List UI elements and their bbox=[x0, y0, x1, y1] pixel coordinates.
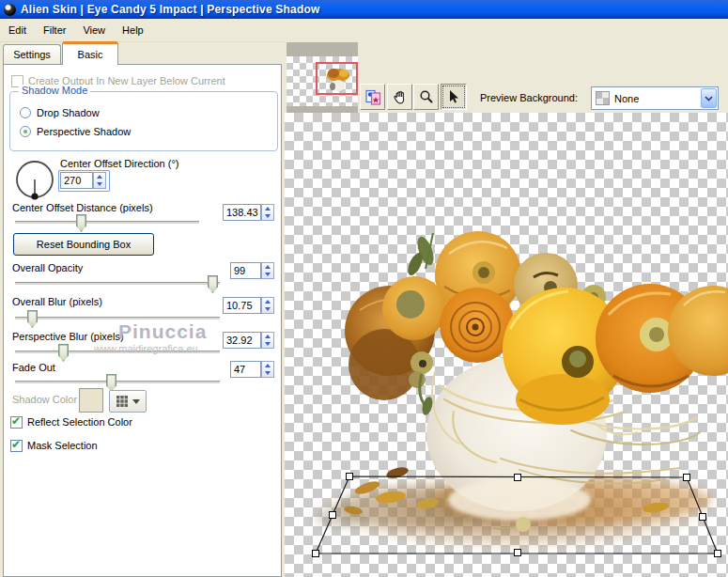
chevron-down-icon bbox=[705, 96, 713, 101]
direction-label: Center Offset Direction (°) bbox=[60, 158, 178, 169]
distance-slider-thumb[interactable] bbox=[76, 214, 86, 232]
preview-compare-icon bbox=[364, 88, 381, 105]
bounding-box-handle[interactable] bbox=[715, 551, 721, 557]
opacity-field[interactable]: 99 bbox=[230, 262, 261, 279]
spin-down-icon[interactable] bbox=[262, 340, 273, 348]
preview-canvas[interactable] bbox=[285, 113, 728, 577]
fade-out-slider-track[interactable] bbox=[15, 381, 220, 384]
perspective-shadow-radio[interactable] bbox=[20, 126, 31, 137]
mask-selection-checkbox[interactable]: ✔ bbox=[10, 440, 23, 452]
fade-out-label: Fade Out bbox=[12, 362, 55, 373]
bounding-box-handle[interactable] bbox=[700, 514, 706, 521]
preview-background-label: Preview Background: bbox=[480, 92, 578, 103]
zoom-magnifier-icon bbox=[419, 89, 434, 104]
reset-bounding-box-button[interactable]: Reset Bounding Box bbox=[13, 233, 154, 256]
alien-skin-logo-icon bbox=[4, 4, 16, 16]
perspective-blur-field[interactable]: 32.92 bbox=[223, 332, 261, 349]
drop-shadow-label[interactable]: Drop Shadow bbox=[37, 107, 100, 118]
blur-label: Overall Blur (pixels) bbox=[12, 296, 102, 307]
perspective-blur-spinner[interactable] bbox=[261, 332, 274, 349]
blur-slider-thumb[interactable] bbox=[27, 310, 38, 328]
fade-out-field[interactable]: 47 bbox=[230, 361, 261, 378]
bounding-box-handle[interactable] bbox=[515, 475, 521, 481]
title-bar: Alien Skin | Eye Candy 5 Impact | Perspe… bbox=[0, 0, 728, 19]
perspective-blur-slider-thumb[interactable] bbox=[58, 344, 69, 362]
spin-down-icon[interactable] bbox=[262, 212, 273, 220]
distance-spinner[interactable] bbox=[261, 204, 274, 221]
navigator-view-rectangle[interactable] bbox=[316, 62, 358, 95]
basic-tab-panel: Create Output In New Layer Below Current… bbox=[3, 64, 282, 577]
preview-toolbar-area: Preview Background: None bbox=[285, 41, 728, 113]
bounding-box-handle[interactable] bbox=[330, 512, 336, 519]
shadow-mode-group: Shadow Mode bbox=[9, 91, 278, 151]
tab-settings[interactable]: Settings bbox=[3, 44, 61, 64]
color-picker-dropdown[interactable] bbox=[109, 390, 147, 413]
plugin-window: Alien Skin | Eye Candy 5 Impact | Perspe… bbox=[0, 0, 728, 577]
shadow-color-label: Shadow Color bbox=[12, 394, 77, 405]
spin-up-icon[interactable] bbox=[262, 333, 273, 340]
preview-image bbox=[285, 113, 728, 577]
select-arrow-icon bbox=[446, 89, 461, 104]
checker-swatch-icon bbox=[596, 91, 610, 105]
check-icon: ✔ bbox=[11, 414, 21, 428]
bounding-box-handle[interactable] bbox=[684, 475, 690, 481]
distance-slider-track[interactable] bbox=[15, 221, 199, 225]
zoom-tool-button[interactable] bbox=[413, 84, 439, 110]
fade-out-spinner[interactable] bbox=[261, 361, 274, 378]
mask-selection-label[interactable]: Mask Selection bbox=[27, 440, 98, 451]
preview-background-value: None bbox=[614, 93, 639, 104]
bounding-box-handle[interactable] bbox=[347, 474, 353, 480]
spin-up-icon[interactable] bbox=[94, 173, 105, 180]
blur-spinner[interactable] bbox=[261, 297, 274, 314]
direction-field[interactable]: 270 bbox=[60, 172, 93, 189]
spin-down-icon[interactable] bbox=[262, 369, 273, 377]
opacity-spinner[interactable] bbox=[261, 262, 274, 279]
dropdown-arrow-button[interactable] bbox=[701, 88, 717, 108]
spin-down-icon[interactable] bbox=[262, 305, 273, 313]
dropdown-arrow-icon bbox=[132, 399, 140, 404]
spin-up-icon[interactable] bbox=[262, 362, 273, 369]
check-icon: ✔ bbox=[11, 438, 21, 451]
shadow-mode-title: Shadow Mode bbox=[19, 85, 90, 96]
tab-basic[interactable]: Basic bbox=[62, 41, 118, 65]
bounding-box-handle[interactable] bbox=[515, 550, 521, 556]
pan-hand-icon bbox=[393, 89, 408, 104]
distance-field[interactable]: 138.43 bbox=[223, 204, 261, 221]
watermark-name: Pinuccia bbox=[118, 320, 207, 343]
distance-label: Center Offset Distance (pixels) bbox=[12, 202, 153, 213]
bounding-box-handle[interactable] bbox=[313, 551, 319, 557]
window-title: Alien Skin | Eye Candy 5 Impact | Perspe… bbox=[21, 3, 320, 16]
opacity-slider-track[interactable] bbox=[15, 282, 220, 286]
opacity-slider-thumb[interactable] bbox=[208, 275, 218, 293]
spin-up-icon[interactable] bbox=[262, 205, 273, 212]
menu-edit[interactable]: Edit bbox=[0, 22, 35, 39]
watermark-url: www.maidiregrafica.eu bbox=[94, 343, 198, 354]
shadow-color-swatch[interactable] bbox=[79, 388, 103, 413]
flower-bouquet bbox=[345, 231, 728, 425]
perspective-shadow-label[interactable]: Perspective Shadow bbox=[37, 126, 131, 137]
menu-filter[interactable]: Filter bbox=[35, 22, 74, 39]
preview-background-dropdown[interactable]: None bbox=[591, 86, 719, 110]
menu-bar: Edit Filter View Help bbox=[0, 19, 728, 42]
select-tool-button[interactable] bbox=[441, 84, 467, 110]
menu-help[interactable]: Help bbox=[114, 22, 152, 39]
pan-tool-button[interactable] bbox=[387, 84, 412, 110]
reflect-selection-label[interactable]: Reflect Selection Color bbox=[27, 416, 132, 428]
spin-up-icon[interactable] bbox=[262, 263, 273, 271]
perspective-blur-label: Perspective Blur (pixels) bbox=[12, 331, 124, 342]
navigator-thumbnail[interactable] bbox=[287, 42, 358, 115]
blur-field[interactable]: 10.75 bbox=[223, 297, 261, 314]
reflect-selection-checkbox[interactable]: ✔ bbox=[10, 416, 23, 429]
menu-view[interactable]: View bbox=[74, 22, 114, 39]
direction-spinner[interactable] bbox=[93, 172, 106, 189]
direction-dial[interactable] bbox=[14, 159, 55, 202]
preview-compare-button[interactable] bbox=[360, 84, 385, 110]
spin-up-icon[interactable] bbox=[262, 298, 273, 305]
color-grid-icon bbox=[116, 395, 129, 408]
spin-down-icon[interactable] bbox=[94, 180, 105, 188]
dial-knob[interactable] bbox=[31, 193, 38, 199]
spin-down-icon[interactable] bbox=[262, 271, 273, 278]
opacity-label: Overall Opacity bbox=[12, 262, 83, 273]
drop-shadow-radio[interactable] bbox=[20, 107, 31, 118]
